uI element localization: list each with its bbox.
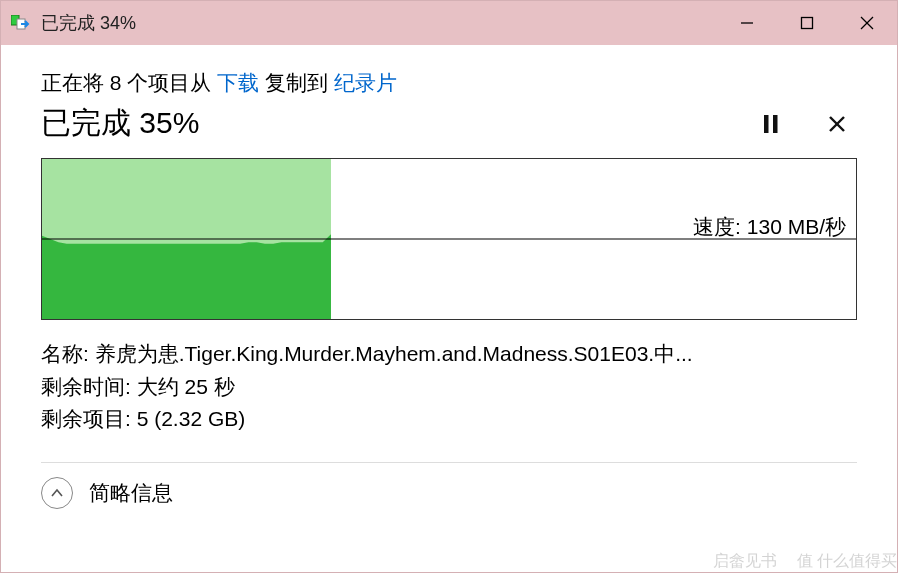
speed-graph: 速度: 130 MB/秒 <box>41 158 857 320</box>
svg-rect-6 <box>764 115 769 133</box>
dialog-content: 正在将 8 个项目从 下载 复制到 纪录片 已完成 35% 速度: 130 MB… <box>1 45 897 572</box>
maximize-button[interactable] <box>777 1 837 45</box>
detail-time: 剩余时间: 大约 25 秒 <box>41 371 857 404</box>
titlebar[interactable]: 已完成 34% <box>1 1 897 45</box>
progress-label: 已完成 35% <box>41 103 725 144</box>
source-link[interactable]: 下载 <box>217 71 259 94</box>
copy-progress-icon <box>11 15 31 31</box>
dest-link[interactable]: 纪录片 <box>334 71 397 94</box>
pause-button[interactable] <box>751 104 791 144</box>
divider <box>41 462 857 463</box>
transfer-details: 名称: 养虎为患.Tiger.King.Murder.Mayhem.and.Ma… <box>41 338 857 436</box>
detail-items: 剩余项目: 5 (2.32 GB) <box>41 403 857 436</box>
svg-rect-7 <box>773 115 778 133</box>
minimize-button[interactable] <box>717 1 777 45</box>
close-button[interactable] <box>837 1 897 45</box>
copy-description: 正在将 8 个项目从 下载 复制到 纪录片 <box>41 69 857 97</box>
speed-label: 速度: 130 MB/秒 <box>693 213 846 241</box>
more-details-toggle[interactable]: 简略信息 <box>41 477 857 509</box>
chevron-up-icon <box>41 477 73 509</box>
svg-rect-3 <box>802 18 813 29</box>
watermark: 启畲见书 值 什么值得买 <box>713 551 897 572</box>
detail-name: 名称: 养虎为患.Tiger.King.Murder.Mayhem.and.Ma… <box>41 338 857 371</box>
window-title: 已完成 34% <box>41 11 136 35</box>
cancel-button[interactable] <box>817 104 857 144</box>
file-copy-dialog: 已完成 34% 正在将 8 个项目从 下载 复制到 纪录片 已完成 35% <box>0 0 898 573</box>
